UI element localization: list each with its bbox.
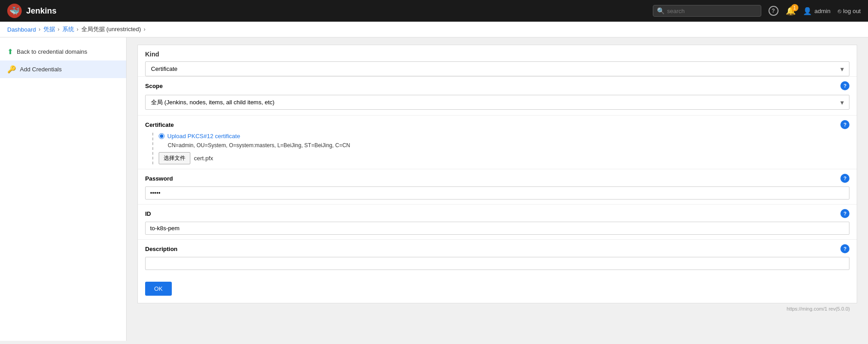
description-input[interactable]	[145, 257, 849, 270]
notification-bell[interactable]: 🔔 1	[786, 6, 796, 16]
user-icon: 👤	[803, 7, 812, 15]
jenkins-logo-icon: 🐳	[9, 6, 19, 16]
scope-select-wrapper: 全局 (Jenkins, nodes, items, all child ite…	[145, 95, 849, 110]
footer: https://ming.com/1 rev(5.0.0)	[137, 303, 857, 314]
scope-body: 全局 (Jenkins, nodes, items, all child ite…	[138, 93, 857, 115]
scope-header: Scope ?	[138, 76, 857, 93]
password-header: Password ?	[145, 174, 849, 183]
breadcrumb-global: 全局凭据 (unrestricted)	[81, 25, 141, 33]
choose-file-button[interactable]: 选择文件	[159, 152, 190, 164]
password-input[interactable]	[145, 186, 849, 200]
breadcrumb-sep-2: ›	[58, 26, 60, 33]
id-label: ID	[145, 210, 151, 217]
breadcrumb-sep-1: ›	[39, 26, 41, 33]
search-icon: 🔍	[657, 7, 665, 14]
description-header: Description ?	[145, 244, 849, 253]
id-header: ID ?	[145, 209, 849, 218]
file-name-display: cert.pfx	[194, 155, 213, 162]
id-section: ID ?	[138, 204, 857, 239]
topbar: 🐳 Jenkins 🔍 ? 🔔 1 👤 admin ⎋ log out	[0, 0, 868, 22]
search-input[interactable]	[667, 8, 757, 14]
kind-section: Kind Certificate Username with password …	[138, 45, 857, 76]
id-input[interactable]	[145, 222, 849, 235]
file-input-row: 选择文件 cert.pfx	[159, 152, 849, 164]
topbar-right: 🔍 ? 🔔 1 👤 admin ⎋ log out	[653, 5, 861, 17]
breadcrumb-dashboard[interactable]: Dashboard	[7, 26, 36, 33]
scope-select[interactable]: 全局 (Jenkins, nodes, items, all child ite…	[145, 95, 849, 110]
certificate-header: Certificate ?	[145, 120, 849, 129]
certificate-label: Certificate	[145, 121, 174, 128]
description-label: Description	[145, 246, 178, 252]
sidebar-add-label: Add Credentials	[20, 66, 62, 73]
form-container: Kind Certificate Username with password …	[137, 45, 857, 303]
ok-button[interactable]: OK	[145, 282, 172, 296]
sidebar-item-add-credentials[interactable]: 🔑 Add Credentials	[0, 60, 126, 78]
certificate-radio-section: Upload PKCS#12 certificate CN=admin, OU=…	[152, 133, 849, 164]
user-info: 👤 admin	[803, 7, 830, 15]
breadcrumb-credentials[interactable]: 凭据	[43, 25, 55, 33]
password-help-button[interactable]: ?	[840, 174, 849, 183]
kind-select-wrapper: Certificate Username with password SSH U…	[145, 61, 849, 76]
jenkins-logo: 🐳	[7, 4, 22, 18]
help-icon[interactable]: ?	[769, 6, 778, 16]
breadcrumb-sep-3: ›	[77, 26, 79, 33]
certificate-help-button[interactable]: ?	[840, 120, 849, 129]
scope-help-button[interactable]: ?	[840, 81, 849, 90]
id-help-button[interactable]: ?	[840, 209, 849, 218]
breadcrumb: Dashboard › 凭据 › 系统 › 全局凭据 (unrestricted…	[0, 22, 868, 37]
key-icon: 🔑	[7, 65, 16, 74]
logout-label: log out	[843, 8, 861, 14]
footer-text: https://ming.com/1 rev(5.0.0)	[787, 306, 850, 311]
description-section: Description ?	[138, 239, 857, 274]
scope-section: Scope ? 全局 (Jenkins, nodes, items, all c…	[138, 76, 857, 115]
logout-icon: ⎋	[838, 8, 841, 14]
topbar-left: 🐳 Jenkins	[7, 4, 57, 18]
breadcrumb-system[interactable]: 系统	[62, 25, 74, 33]
main-layout: ⬆ Back to credential domains 🔑 Add Crede…	[0, 37, 868, 341]
sidebar-item-back[interactable]: ⬆ Back to credential domains	[0, 43, 126, 60]
kind-select[interactable]: Certificate Username with password SSH U…	[145, 61, 849, 76]
password-section: Password ?	[138, 169, 857, 204]
upload-pkcs-radio[interactable]	[159, 133, 165, 139]
notification-badge: 1	[791, 4, 798, 11]
logout-button[interactable]: ⎋ log out	[838, 8, 861, 14]
sidebar: ⬆ Back to credential domains 🔑 Add Crede…	[0, 37, 127, 341]
upload-pkcs-label[interactable]: Upload PKCS#12 certificate	[167, 133, 240, 139]
jenkins-title: Jenkins	[26, 6, 57, 16]
sidebar-back-label: Back to credential domains	[17, 48, 87, 55]
user-name: admin	[815, 8, 830, 14]
content-area: Kind Certificate Username with password …	[127, 37, 868, 341]
cert-info-text: CN=admin, OU=System, O=system:masters, L…	[168, 142, 849, 149]
search-box[interactable]: 🔍	[653, 5, 761, 17]
description-help-button[interactable]: ?	[840, 244, 849, 253]
upload-pkcs-radio-option: Upload PKCS#12 certificate	[159, 133, 849, 139]
breadcrumb-sep-4: ›	[144, 26, 146, 33]
back-arrow-icon: ⬆	[7, 47, 13, 56]
kind-label: Kind	[145, 51, 849, 58]
password-label: Password	[145, 175, 173, 182]
scope-label: Scope	[145, 83, 163, 89]
certificate-section: Certificate ? Upload PKCS#12 certificate…	[138, 115, 857, 169]
